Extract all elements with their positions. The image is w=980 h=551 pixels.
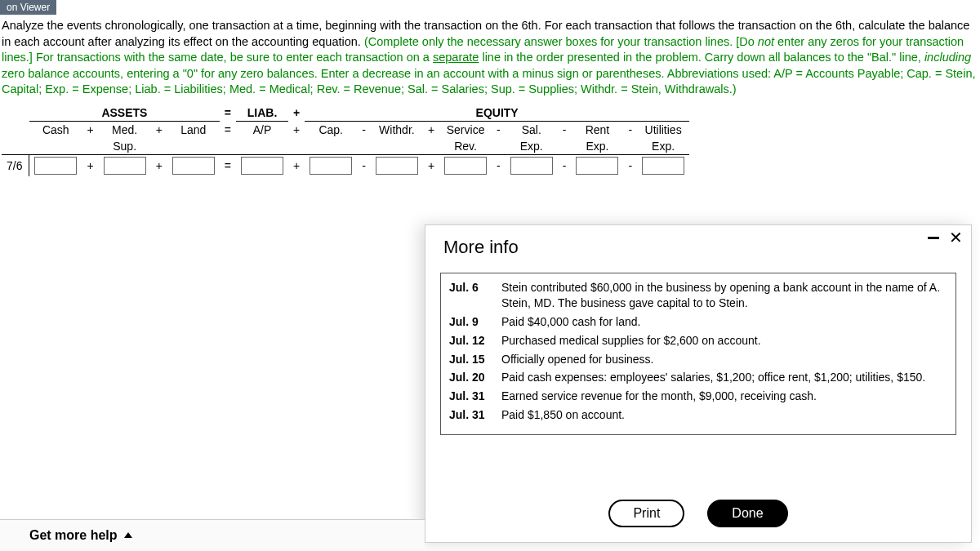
- info-text: Paid $1,850 on account.: [501, 407, 625, 423]
- col-rev: Rev.: [439, 138, 492, 155]
- op-minus: -: [492, 121, 506, 138]
- info-date: Jul. 12: [449, 333, 490, 349]
- col-sal: Sal.: [506, 121, 558, 138]
- op-plus: +: [82, 154, 98, 176]
- equals-1: =: [220, 104, 236, 122]
- info-text: Paid $40,000 cash for land.: [501, 314, 640, 330]
- input-ap[interactable]: [241, 157, 283, 175]
- op-minus: -: [357, 121, 371, 138]
- modal-title: More info: [443, 237, 956, 258]
- info-date: Jul. 15: [449, 352, 490, 367]
- op-plus: +: [288, 154, 305, 176]
- info-date: Jul. 6: [449, 280, 490, 311]
- col-cap: Cap.: [305, 121, 357, 138]
- col-util: Utilities: [637, 121, 689, 138]
- accounting-equation-table: ASSETS = LIAB. + EQUITY Cash + Med. + La…: [2, 104, 689, 176]
- input-cap[interactable]: [310, 157, 352, 175]
- instr-green-4: zero balance accounts, entering a "0" fo…: [2, 67, 976, 96]
- input-cash[interactable]: [34, 157, 77, 175]
- op-plus: +: [288, 121, 305, 138]
- instr-green-3: line in the order presented in the probl…: [479, 51, 924, 64]
- col-cash: Cash: [29, 121, 82, 138]
- get-more-help-button[interactable]: Get more help: [0, 519, 425, 551]
- close-icon[interactable]: ✕: [949, 232, 963, 243]
- instructions-text: Analyze the events chronologically, one …: [0, 15, 980, 103]
- viewer-tab[interactable]: on Viewer: [0, 0, 56, 15]
- instr-separate: separate: [433, 51, 479, 64]
- info-box: Jul. 6Stein contributed $60,000 in the b…: [440, 273, 956, 435]
- col-exp-3: Exp.: [637, 138, 689, 155]
- minimize-icon[interactable]: [928, 237, 939, 239]
- info-date: Jul. 20: [449, 370, 490, 385]
- op-minus: -: [623, 121, 637, 138]
- info-date: Jul. 31: [449, 389, 490, 404]
- col-exp-2: Exp.: [571, 138, 623, 155]
- input-withdr[interactable]: [376, 157, 418, 175]
- col-exp-1: Exp.: [506, 138, 558, 155]
- op-minus: -: [623, 154, 637, 176]
- print-button[interactable]: Print: [608, 500, 684, 527]
- row-date: 7/6: [2, 154, 29, 176]
- op-plus: +: [423, 154, 439, 176]
- instr-not: not: [758, 35, 774, 48]
- op-plus: +: [151, 121, 167, 138]
- caret-up-icon: [124, 532, 132, 538]
- more-info-modal: ✕ More info Jul. 6Stein contributed $60,…: [425, 224, 972, 543]
- input-util-exp[interactable]: [642, 157, 684, 175]
- op-minus: -: [558, 121, 572, 138]
- col-sup: Sup.: [99, 138, 151, 155]
- info-row: Jul. 9Paid $40,000 cash for land.: [449, 314, 947, 330]
- op-eq: =: [220, 121, 236, 138]
- op-plus: +: [151, 154, 167, 176]
- input-sal-exp[interactable]: [510, 157, 553, 175]
- info-text: Officially opened for business.: [501, 352, 654, 367]
- info-row: Jul. 15Officially opened for business.: [449, 352, 947, 367]
- info-text: Earned service revenue for the month, $9…: [501, 389, 817, 404]
- info-row: Jul. 31Earned service revenue for the mo…: [449, 389, 947, 404]
- instr-green-1: (Complete only the necessary answer boxe…: [364, 35, 758, 48]
- info-row: Jul. 12Purchased medical supplies for $2…: [449, 333, 947, 349]
- input-rent-exp[interactable]: [576, 157, 618, 175]
- instr-including: including: [924, 51, 971, 64]
- op-eq: =: [220, 154, 236, 176]
- info-text: Paid cash expenses: employees' salaries,…: [501, 370, 925, 385]
- info-row: Jul. 20Paid cash expenses: employees' sa…: [449, 370, 947, 385]
- assets-header: ASSETS: [29, 104, 220, 122]
- col-med: Med.: [99, 121, 151, 138]
- info-date: Jul. 9: [449, 314, 490, 330]
- col-rent: Rent: [571, 121, 623, 138]
- op-minus: -: [558, 154, 572, 176]
- op-plus: +: [423, 121, 439, 138]
- input-med-sup[interactable]: [104, 157, 146, 175]
- col-land: Land: [167, 121, 220, 138]
- done-button[interactable]: Done: [707, 500, 787, 527]
- info-row: Jul. 6Stein contributed $60,000 in the b…: [449, 280, 947, 311]
- op-plus: +: [82, 121, 98, 138]
- info-date: Jul. 31: [449, 407, 490, 423]
- op-minus: -: [492, 154, 506, 176]
- op-minus: -: [357, 154, 371, 176]
- col-withdr: Withdr.: [371, 121, 423, 138]
- input-service-rev[interactable]: [444, 157, 487, 175]
- help-label: Get more help: [29, 528, 118, 542]
- info-row: Jul. 31Paid $1,850 on account.: [449, 407, 947, 423]
- col-service: Service: [439, 121, 492, 138]
- liab-header: LIAB.: [236, 104, 288, 122]
- info-text: Stein contributed $60,000 in the busines…: [501, 280, 947, 311]
- info-text: Purchased medical supplies for $2,600 on…: [501, 333, 761, 349]
- plus-1: +: [288, 104, 305, 122]
- col-ap: A/P: [236, 121, 288, 138]
- input-land[interactable]: [172, 157, 215, 175]
- equity-header: EQUITY: [305, 104, 689, 122]
